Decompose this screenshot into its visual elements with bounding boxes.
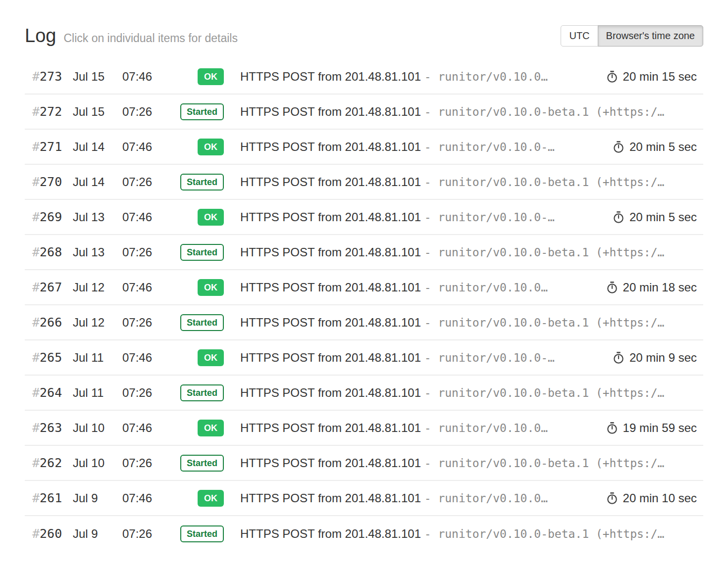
- duration: 20 min 18 sec: [598, 281, 703, 294]
- log-row[interactable]: #262 Jul 10 07:26 Started HTTPS POST fro…: [25, 446, 703, 481]
- log-row[interactable]: #261 Jul 9 07:46 OK HTTPS POST from 201.…: [25, 481, 703, 516]
- status-cell: Started: [172, 174, 229, 191]
- entry-number: #264: [25, 385, 73, 400]
- status-cell: OK: [172, 420, 229, 436]
- entry-number: #273: [25, 69, 73, 84]
- entry-time: 07:46: [122, 140, 172, 154]
- event-text: HTTPS POST from 201.48.81.101: [240, 351, 421, 364]
- entry-time: 07:26: [122, 386, 172, 400]
- entry-number-hash: #: [32, 104, 40, 119]
- duration: 20 min 9 sec: [604, 351, 703, 365]
- event-text: HTTPS POST from 201.48.81.101: [240, 140, 421, 153]
- entry-number-hash: #: [32, 350, 40, 365]
- entry-number-hash: #: [32, 280, 40, 294]
- event-description: HTTPS POST from 201.48.81.101 - runitor/…: [229, 491, 598, 505]
- log-row[interactable]: #264 Jul 11 07:26 Started HTTPS POST fro…: [25, 376, 703, 411]
- stopwatch-icon: [606, 492, 619, 505]
- event-description: HTTPS POST from 201.48.81.101 - runitor/…: [229, 351, 604, 365]
- status-cell: Started: [172, 314, 229, 331]
- event-text: HTTPS POST from 201.48.81.101: [240, 421, 421, 434]
- event-text: HTTPS POST from 201.48.81.101: [240, 175, 421, 189]
- entry-number: #261: [25, 491, 73, 505]
- status-cell: OK: [172, 349, 229, 366]
- duration-text: 20 min 18 sec: [623, 281, 697, 294]
- log-row[interactable]: #270 Jul 14 07:26 Started HTTPS POST fro…: [25, 165, 703, 200]
- entry-number-value: 273: [40, 69, 62, 84]
- user-agent-text: - runitor/v0.10.0-beta.1 (+https:/…: [424, 176, 665, 189]
- log-row[interactable]: #269 Jul 13 07:46 OK HTTPS POST from 201…: [25, 200, 703, 235]
- entry-time: 07:46: [122, 351, 172, 365]
- entry-date: Jul 14: [73, 140, 122, 154]
- entry-date: Jul 15: [73, 70, 122, 84]
- status-cell: OK: [172, 279, 229, 296]
- status-badge: Started: [180, 455, 224, 472]
- user-agent-text: - runitor/v0.10.0-beta.1 (+https:/…: [424, 386, 665, 399]
- log-row[interactable]: #271 Jul 14 07:46 OK HTTPS POST from 201…: [25, 130, 703, 165]
- entry-date: Jul 12: [73, 281, 122, 294]
- entry-time: 07:46: [122, 70, 172, 84]
- duration: 20 min 5 sec: [604, 210, 703, 224]
- log-row[interactable]: #260 Jul 9 07:26 Started HTTPS POST from…: [25, 516, 703, 551]
- entry-number: #271: [25, 140, 73, 154]
- event-description: HTTPS POST from 201.48.81.101 - runitor/…: [229, 421, 598, 435]
- entry-date: Jul 13: [73, 210, 122, 224]
- entry-number-value: 261: [40, 491, 62, 505]
- entry-number-hash: #: [32, 175, 40, 189]
- entry-time: 07:46: [122, 421, 172, 435]
- status-cell: OK: [172, 68, 229, 85]
- entry-date: Jul 15: [73, 105, 122, 119]
- duration: 20 min 10 sec: [598, 491, 703, 505]
- entry-number: #268: [25, 245, 73, 259]
- duration: 19 min 59 sec: [598, 421, 703, 435]
- log-row[interactable]: #266 Jul 12 07:26 Started HTTPS POST fro…: [25, 305, 703, 340]
- event-text: HTTPS POST from 201.48.81.101: [240, 491, 421, 505]
- user-agent-text: - runitor/v0.10.0-beta.1 (+https:/…: [424, 527, 665, 540]
- entry-number-value: 268: [40, 245, 62, 259]
- entry-number: #270: [25, 175, 73, 189]
- entry-number-hash: #: [32, 421, 40, 435]
- status-cell: OK: [172, 209, 229, 226]
- browser-timezone-button[interactable]: Browser's time zone: [598, 25, 703, 47]
- entry-number: #269: [25, 210, 73, 224]
- event-description: HTTPS POST from 201.48.81.101 - runitor/…: [229, 210, 604, 224]
- entry-number-hash: #: [32, 456, 40, 470]
- event-text: HTTPS POST from 201.48.81.101: [240, 70, 421, 83]
- entry-number-hash: #: [32, 491, 40, 505]
- log-row[interactable]: #273 Jul 15 07:46 OK HTTPS POST from 201…: [25, 59, 703, 95]
- entry-number: #266: [25, 315, 73, 330]
- duration-text: 20 min 10 sec: [623, 491, 697, 505]
- status-badge: OK: [198, 420, 224, 436]
- page-subtitle: Click on individual items for details: [63, 32, 238, 45]
- duration-text: 20 min 15 sec: [623, 70, 697, 84]
- entry-number-value: 265: [40, 350, 62, 365]
- user-agent-text: - runitor/v0.10.0-beta.1 (+https:/…: [424, 457, 665, 470]
- utc-button[interactable]: UTC: [561, 25, 598, 47]
- entry-date: Jul 10: [73, 456, 122, 470]
- event-description: HTTPS POST from 201.48.81.101 - runitor/…: [229, 316, 672, 330]
- entry-time: 07:46: [122, 491, 172, 505]
- log-row[interactable]: #272 Jul 15 07:26 Started HTTPS POST fro…: [25, 95, 703, 130]
- status-badge: Started: [180, 103, 224, 120]
- log-row[interactable]: #267 Jul 12 07:46 OK HTTPS POST from 201…: [25, 270, 703, 305]
- status-cell: OK: [172, 490, 229, 507]
- event-text: HTTPS POST from 201.48.81.101: [240, 316, 421, 329]
- user-agent-text: - runitor/v0.10.0-…: [424, 351, 555, 364]
- event-description: HTTPS POST from 201.48.81.101 - runitor/…: [229, 140, 604, 154]
- event-description: HTTPS POST from 201.48.81.101 - runitor/…: [229, 527, 672, 541]
- user-agent-text: - runitor/v0.10.0-beta.1 (+https:/…: [424, 316, 665, 329]
- user-agent-text: - runitor/v0.10.0…: [424, 422, 548, 434]
- entry-date: Jul 13: [73, 245, 122, 259]
- status-badge: OK: [198, 68, 224, 85]
- stopwatch-icon: [606, 422, 619, 434]
- duration-text: 19 min 59 sec: [623, 421, 697, 435]
- entry-time: 07:26: [122, 175, 172, 189]
- log-row[interactable]: #263 Jul 10 07:46 OK HTTPS POST from 201…: [25, 411, 703, 446]
- entry-number-hash: #: [32, 140, 40, 154]
- log-row[interactable]: #268 Jul 13 07:26 Started HTTPS POST fro…: [25, 235, 703, 270]
- log-row[interactable]: #265 Jul 11 07:46 OK HTTPS POST from 201…: [25, 340, 703, 376]
- entry-number-hash: #: [32, 385, 40, 400]
- user-agent-text: - runitor/v0.10.0-…: [424, 141, 555, 153]
- entry-number-value: 271: [40, 140, 62, 154]
- status-badge: OK: [198, 279, 224, 296]
- status-badge: OK: [198, 209, 224, 226]
